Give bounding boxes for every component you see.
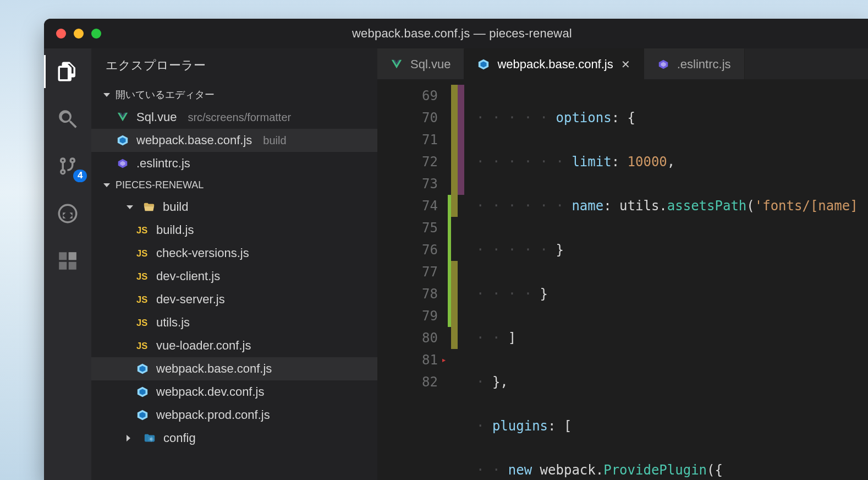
file-devserver[interactable]: JS dev-server.js: [91, 288, 377, 311]
window-controls: [56, 29, 101, 39]
tab-sqlvue[interactable]: Sql.vue: [377, 48, 464, 79]
code-token: : [: [548, 418, 572, 434]
activity-bar: 4: [44, 48, 91, 480]
code-editor[interactable]: 69 70 71 72 73 74 75 76 77 78 79 80 81 8…: [377, 79, 868, 480]
code-token: assetsPath: [667, 198, 747, 214]
folder-open-icon: [143, 201, 155, 213]
line-number: 81: [377, 349, 438, 371]
eslint-icon: [117, 157, 129, 170]
file-name: webpack.prod.conf.js: [156, 408, 270, 422]
file-name: check-versions.js: [156, 246, 249, 260]
code-token: options: [556, 110, 612, 126]
code-token: webpack: [540, 462, 596, 478]
scm-activity[interactable]: 4: [54, 153, 81, 179]
open-editor-name: Sql.vue: [136, 110, 177, 124]
tab-label: webpack.base.conf.js: [497, 57, 613, 72]
code-token: new: [508, 462, 532, 478]
line-number: 77: [377, 261, 438, 283]
svg-point-0: [59, 205, 76, 222]
file-checkversions[interactable]: JS check-versions.js: [91, 242, 377, 265]
bug-icon: [56, 202, 79, 225]
webpack-icon: [477, 58, 490, 70]
code-content[interactable]: · · · · · options: { · · · · · · limit: …: [469, 79, 868, 480]
close-icon[interactable]: ✕: [621, 58, 630, 71]
code-token: },: [492, 374, 508, 390]
webpack-icon: [136, 386, 149, 398]
extensions-activity[interactable]: [54, 248, 81, 274]
vscode-window: webpack.base.conf.js — pieces-renewal 4: [44, 19, 868, 480]
breakpoint-marker-icon[interactable]: ▸: [441, 349, 447, 371]
file-webpack-dev[interactable]: webpack.dev.conf.js: [91, 380, 377, 403]
chevron-right-icon: [127, 435, 134, 441]
line-number: 69: [377, 85, 438, 107]
code-token: ]: [508, 330, 516, 346]
svg-point-19: [150, 438, 153, 441]
titlebar: webpack.base.conf.js — pieces-renewal: [44, 19, 868, 48]
tab-webpackbase[interactable]: webpack.base.conf.js ✕: [464, 48, 644, 79]
open-editor-path: build: [263, 134, 286, 147]
code-token: ({: [707, 462, 723, 478]
open-editor-item-webpackbase[interactable]: webpack.base.conf.js build: [91, 129, 377, 152]
line-number: 76: [377, 239, 438, 261]
line-number: 78: [377, 283, 438, 305]
window-close-dot[interactable]: [56, 29, 66, 39]
open-editor-item-eslintrc[interactable]: .eslintrc.js: [91, 152, 377, 175]
file-webpack-prod[interactable]: webpack.prod.conf.js: [91, 403, 377, 427]
window-fullscreen-dot[interactable]: [91, 29, 101, 39]
file-vueloader[interactable]: JS vue-loader.conf.js: [91, 334, 377, 357]
svg-text:JS: JS: [136, 318, 147, 328]
file-utils[interactable]: JS utils.js: [91, 311, 377, 334]
project-section[interactable]: PIECES-RENEWAL: [91, 175, 377, 195]
tab-label: Sql.vue: [410, 57, 451, 72]
svg-text:JS: JS: [136, 271, 147, 281]
editor-group: Sql.vue webpack.base.conf.js ✕ .eslintrc…: [377, 48, 868, 480]
js-icon: JS: [136, 293, 149, 306]
code-token: }: [556, 242, 564, 258]
files-icon: [56, 60, 79, 83]
debug-activity[interactable]: [54, 200, 81, 227]
open-editor-name: .eslintrc.js: [136, 156, 190, 171]
indent-rainbow: [451, 79, 469, 480]
extensions-icon: [56, 249, 79, 272]
webpack-icon: [117, 134, 129, 146]
open-editor-name: webpack.base.conf.js: [136, 133, 252, 148]
scm-badge: 4: [73, 170, 87, 182]
tab-eslintrc[interactable]: .eslintrc.js: [644, 48, 745, 79]
code-token: : {: [612, 110, 635, 126]
file-webpack-base[interactable]: webpack.base.conf.js: [91, 357, 377, 380]
file-name: build.js: [156, 223, 194, 237]
open-editor-path: src/screens/formatter: [188, 111, 291, 124]
js-icon: JS: [136, 317, 149, 329]
chevron-down-icon: [103, 183, 110, 187]
file-name: dev-client.js: [156, 269, 220, 283]
file-devclient[interactable]: JS dev-client.js: [91, 265, 377, 288]
code-token: }: [540, 286, 548, 302]
svg-text:JS: JS: [136, 248, 147, 258]
code-token: ProvidePlugin: [603, 462, 707, 478]
line-number: 82: [377, 371, 438, 393]
window-minimize-dot[interactable]: [74, 29, 84, 39]
open-editors-section[interactable]: 開いているエディター: [91, 84, 377, 106]
file-name: utils.js: [156, 315, 190, 330]
code-token: 'fonts/[name]: [755, 198, 858, 214]
folder-build[interactable]: build: [91, 195, 377, 219]
eslint-icon: [657, 58, 669, 70]
window-title: webpack.base.conf.js — pieces-renewal: [101, 26, 856, 41]
js-icon: JS: [136, 224, 149, 236]
svg-text:JS: JS: [136, 341, 147, 351]
explorer-activity[interactable]: [54, 58, 81, 85]
chevron-down-icon: [127, 205, 133, 209]
code-token: name: [572, 198, 603, 214]
js-icon: JS: [136, 270, 149, 282]
line-number: 79: [377, 305, 438, 327]
explorer-sidebar: エクスプローラー 開いているエディター Sql.vue src/screens/…: [91, 48, 377, 480]
folder-config[interactable]: config: [91, 427, 377, 450]
line-number: 74: [377, 195, 438, 217]
line-number: 72: [377, 151, 438, 173]
code-token: limit: [572, 154, 611, 170]
search-activity[interactable]: [54, 106, 81, 132]
js-icon: JS: [136, 247, 149, 259]
file-buildjs[interactable]: JS build.js: [91, 219, 377, 242]
folder-settings-icon: [144, 432, 156, 444]
open-editor-item-sqlvue[interactable]: Sql.vue src/screens/formatter: [91, 106, 377, 129]
